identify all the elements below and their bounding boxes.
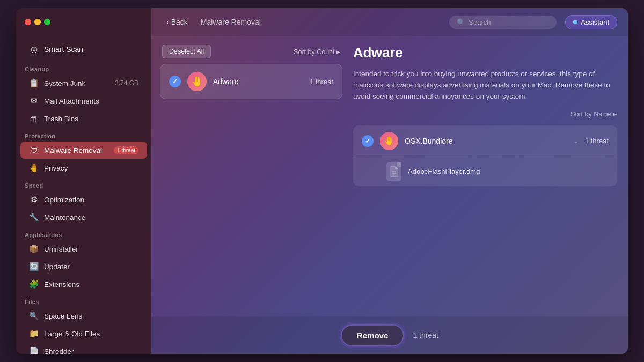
threat-item-count: 1 threat: [310, 78, 333, 86]
back-arrow-icon: ‹: [166, 18, 169, 26]
sidebar-item-mail-attachments[interactable]: ✉ Mail Attachments: [20, 92, 147, 109]
adware-icon: 🤚: [187, 72, 207, 91]
malware-entry-header[interactable]: ✓ 🤚 OSX.Bundlore ⌄ 1 threat: [353, 125, 617, 157]
sidebar-label-trash-bins: Trash Bins: [44, 115, 78, 123]
threat-item-name: Adware: [213, 77, 303, 86]
privacy-icon: 🤚: [29, 163, 39, 173]
trash-icon: 🗑: [29, 114, 39, 123]
search-icon: 🔍: [457, 18, 465, 26]
topbar: ‹ Back Malware Removal 🔍 Assistant: [151, 8, 628, 36]
malware-check-circle: ✓: [362, 135, 374, 147]
checkmark-icon: ✓: [172, 78, 178, 85]
sidebar-item-system-junk[interactable]: 📋 System Junk 3.74 GB: [20, 75, 147, 92]
sidebar-item-space-lens[interactable]: 🔍 Space Lens: [20, 307, 147, 324]
assistant-dot-icon: [573, 20, 577, 24]
search-input[interactable]: [469, 18, 544, 26]
sidebar-item-smart-scan[interactable]: ◎ Smart Scan: [20, 40, 147, 58]
optimization-icon: ⚙: [29, 195, 39, 204]
sidebar-item-malware-removal[interactable]: 🛡 Malware Removal 1 threat: [20, 142, 147, 159]
traffic-lights: [25, 19, 50, 25]
sidebar-label-extensions: Extensions: [44, 280, 79, 289]
malware-file-entry: AdobeFlashPlayer.dmg: [353, 157, 617, 186]
sidebar-section-cleanup: Cleanup: [16, 61, 151, 75]
content-area: Deselect All Sort by Count ▸ ✓ 🤚 Adware …: [151, 36, 628, 316]
hand-icon: 🤚: [191, 76, 203, 87]
sort-by-count-button[interactable]: Sort by Count ▸: [294, 48, 340, 56]
sidebar-label-large-old-files: Large & Old Files: [44, 330, 100, 338]
main-content: ‹ Back Malware Removal 🔍 Assistant Desel…: [151, 8, 628, 354]
malware-entry-threat-count: 1 threat: [585, 137, 609, 145]
assistant-button[interactable]: Assistant: [565, 15, 617, 29]
bottom-threat-count: 1 threat: [413, 331, 438, 339]
shredder-icon: 📄: [29, 346, 39, 354]
back-button[interactable]: ‹ Back: [162, 16, 192, 28]
topbar-title: Malware Removal: [201, 18, 441, 26]
sidebar-item-extensions[interactable]: 🧩 Extensions: [20, 276, 147, 293]
extensions-icon: 🧩: [29, 279, 39, 289]
sidebar: ◎ Smart Scan Cleanup 📋 System Junk 3.74 …: [16, 8, 151, 354]
mail-icon: ✉: [29, 96, 39, 106]
sidebar-label-mail-attachments: Mail Attachments: [44, 97, 99, 105]
malware-entry: ✓ 🤚 OSX.Bundlore ⌄ 1 threat: [353, 125, 617, 186]
sidebar-item-privacy[interactable]: 🤚 Privacy: [20, 159, 147, 176]
close-button[interactable]: [25, 19, 31, 25]
deselect-all-button[interactable]: Deselect All: [162, 45, 211, 58]
malware-icon: 🛡: [29, 145, 39, 155]
smart-scan-icon: ◎: [29, 45, 39, 54]
sidebar-label-optimization: Optimization: [44, 196, 84, 204]
smart-scan-label: Smart Scan: [44, 45, 83, 54]
sidebar-section-speed: Speed: [16, 177, 151, 191]
detail-title: Adware: [353, 45, 617, 61]
malware-entry-icon: 🤚: [380, 132, 398, 150]
back-label: Back: [171, 18, 188, 26]
updater-icon: 🔄: [29, 262, 39, 271]
sidebar-label-uninstaller: Uninstaller: [44, 245, 78, 253]
threat-list-item[interactable]: ✓ 🤚 Adware 1 threat: [160, 64, 342, 99]
file-icon: [386, 162, 401, 181]
sidebar-item-shredder[interactable]: 📄 Shredder: [20, 343, 147, 354]
malware-hand-icon: 🤚: [384, 136, 394, 146]
list-toolbar: Deselect All Sort by Count ▸: [160, 45, 342, 58]
sort-by-name-button[interactable]: Sort by Name ▸: [353, 110, 617, 118]
detail-panel: Adware Intended to trick you into buying…: [351, 45, 619, 308]
sidebar-section-applications: Applications: [16, 226, 151, 240]
sidebar-label-system-junk: System Junk: [44, 79, 85, 87]
sidebar-label-space-lens: Space Lens: [44, 312, 82, 320]
threat-list-panel: Deselect All Sort by Count ▸ ✓ 🤚 Adware …: [160, 45, 342, 308]
sidebar-label-privacy: Privacy: [44, 164, 68, 172]
search-bar: 🔍: [449, 16, 557, 29]
app-window: ◎ Smart Scan Cleanup 📋 System Junk 3.74 …: [16, 8, 628, 354]
fullscreen-button[interactable]: [44, 19, 50, 25]
uninstaller-icon: 📦: [29, 244, 39, 254]
maintenance-icon: 🔧: [29, 212, 39, 222]
malware-entry-name: OSX.Bundlore: [405, 137, 567, 145]
sidebar-item-maintenance[interactable]: 🔧 Maintenance: [20, 209, 147, 226]
malware-checkmark-icon: ✓: [365, 137, 370, 145]
sidebar-content: ◎ Smart Scan Cleanup 📋 System Junk 3.74 …: [16, 36, 151, 354]
minimize-button[interactable]: [34, 19, 41, 25]
sidebar-label-maintenance: Maintenance: [44, 213, 85, 221]
assistant-label: Assistant: [581, 18, 609, 26]
sidebar-titlebar: [16, 8, 151, 36]
sidebar-item-trash-bins[interactable]: 🗑 Trash Bins: [20, 110, 147, 127]
malware-badge: 1 threat: [114, 146, 138, 154]
check-circle-icon: ✓: [169, 76, 181, 87]
system-junk-icon: 📋: [29, 78, 39, 88]
sidebar-item-uninstaller[interactable]: 📦 Uninstaller: [20, 240, 147, 257]
sidebar-item-large-old-files[interactable]: 📁 Large & Old Files: [20, 325, 147, 342]
sidebar-section-protection: Protection: [16, 128, 151, 142]
bottom-bar: Remove 1 threat: [151, 316, 628, 354]
remove-button[interactable]: Remove: [341, 324, 404, 346]
large-files-icon: 📁: [29, 329, 39, 338]
space-lens-icon: 🔍: [29, 311, 39, 321]
sidebar-item-optimization[interactable]: ⚙ Optimization: [20, 191, 147, 208]
system-junk-size: 3.74 GB: [115, 79, 138, 87]
sidebar-item-updater[interactable]: 🔄 Updater: [20, 258, 147, 275]
chevron-down-icon: ⌄: [573, 137, 579, 145]
detail-description: Intended to trick you into buying unwant…: [353, 69, 611, 102]
sidebar-label-malware-removal: Malware Removal: [44, 146, 102, 154]
sidebar-label-shredder: Shredder: [44, 348, 74, 354]
sidebar-section-files: Files: [16, 293, 151, 307]
malware-file-name: AdobeFlashPlayer.dmg: [408, 167, 480, 175]
sidebar-label-updater: Updater: [44, 263, 70, 271]
